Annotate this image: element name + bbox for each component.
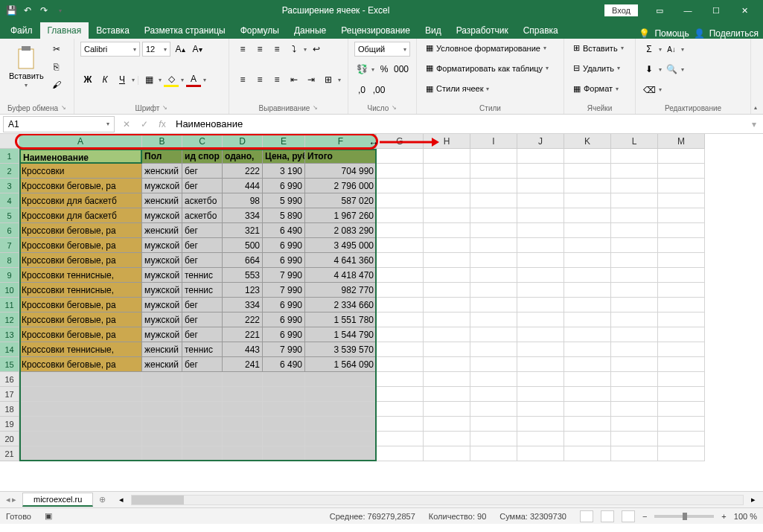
cell[interactable] (424, 193, 470, 208)
cell[interactable]: женский (142, 342, 182, 357)
cell[interactable] (142, 446, 182, 461)
cell[interactable] (223, 417, 263, 432)
align-center-icon[interactable]: ≡ (252, 72, 267, 87)
cell[interactable] (517, 313, 564, 327)
cell[interactable] (564, 193, 611, 208)
collapse-ribbon-icon[interactable]: ▴ (754, 104, 757, 111)
cell[interactable] (424, 342, 470, 357)
align-bottom-icon[interactable]: ≡ (269, 42, 284, 57)
cell[interactable] (658, 149, 705, 164)
cell[interactable] (142, 387, 182, 402)
row-header[interactable]: 16 (0, 372, 19, 387)
cell[interactable] (611, 417, 658, 432)
cell[interactable] (564, 432, 611, 446)
row-header[interactable]: 9 (0, 268, 19, 283)
orientation-icon[interactable]: ⤵ (287, 42, 301, 57)
cell[interactable] (424, 268, 470, 283)
cell[interactable] (305, 446, 377, 461)
row-header[interactable]: 18 (0, 402, 19, 417)
cell[interactable] (470, 372, 517, 387)
cell[interactable] (611, 387, 658, 402)
cell[interactable]: Итого (305, 149, 377, 164)
cell[interactable] (611, 402, 658, 417)
row-header[interactable]: 2 (0, 164, 19, 179)
cell[interactable] (470, 446, 517, 461)
cell[interactable]: 982 770 (305, 283, 377, 298)
cell[interactable] (223, 402, 263, 417)
cell[interactable] (377, 149, 424, 164)
cell[interactable]: Цена, руб (263, 149, 305, 164)
cell[interactable] (658, 372, 705, 387)
sheet-prev-icon[interactable]: ◂ (6, 495, 10, 504)
cell[interactable] (377, 402, 424, 417)
align-top-icon[interactable]: ≡ (235, 42, 250, 57)
save-icon[interactable]: 💾 (4, 4, 18, 17)
cell[interactable]: одано, (223, 149, 263, 164)
col-header-M[interactable]: M (658, 134, 705, 149)
cell[interactable]: 98 (223, 193, 263, 208)
cell[interactable] (517, 164, 564, 179)
cell[interactable]: 241 (223, 357, 263, 372)
cell[interactable] (658, 357, 705, 372)
cell[interactable] (182, 446, 223, 461)
cell[interactable]: женский (142, 164, 182, 179)
cancel-formula-icon[interactable]: ✕ (118, 116, 135, 132)
cell[interactable] (263, 432, 305, 446)
qat-more-icon[interactable]: ▾ (54, 4, 67, 17)
cell[interactable] (424, 357, 470, 372)
cell[interactable] (658, 238, 705, 253)
cell[interactable]: Кроссовки беговые, ра (19, 357, 142, 372)
col-header-J[interactable]: J (517, 134, 564, 149)
cell[interactable]: женский (142, 357, 182, 372)
col-header-F[interactable]: F (305, 134, 377, 149)
cell[interactable] (142, 402, 182, 417)
font-size-select[interactable]: 12▾ (142, 42, 170, 57)
cell[interactable] (305, 387, 377, 402)
currency-icon[interactable]: 💱 (354, 62, 369, 77)
cell[interactable]: Пол (142, 149, 182, 164)
cell[interactable] (263, 446, 305, 461)
decrease-font-icon[interactable]: A▾ (190, 42, 205, 57)
cell[interactable] (424, 179, 470, 193)
fill-color-icon[interactable]: ◇ (164, 72, 179, 87)
cell[interactable] (564, 342, 611, 357)
tab-layout[interactable]: Разметка страницы (137, 22, 233, 39)
cell[interactable]: 500 (223, 238, 263, 253)
cell[interactable] (470, 164, 517, 179)
row-header[interactable]: 1 (0, 149, 19, 164)
cell[interactable]: бег (182, 357, 223, 372)
cut-icon[interactable]: ✂ (49, 42, 64, 57)
cell[interactable] (377, 446, 424, 461)
cell[interactable] (517, 149, 564, 164)
cell[interactable] (182, 432, 223, 446)
row-header[interactable]: 3 (0, 179, 19, 193)
cell[interactable]: мужской (142, 283, 182, 298)
macro-record-icon[interactable]: ▣ (45, 511, 52, 521)
cell[interactable] (424, 164, 470, 179)
number-dialog-icon[interactable]: ↘ (392, 104, 397, 112)
percent-icon[interactable]: % (377, 62, 392, 77)
cell[interactable]: аскетбо (182, 193, 223, 208)
font-dialog-icon[interactable]: ↘ (162, 104, 167, 112)
fill-icon[interactable]: ⬇ (642, 62, 657, 77)
cell[interactable]: мужской (142, 327, 182, 342)
cell[interactable] (658, 387, 705, 402)
cell[interactable] (517, 446, 564, 461)
cell[interactable]: 334 (223, 298, 263, 313)
cell[interactable]: аскетбо (182, 208, 223, 223)
cell[interactable] (424, 298, 470, 313)
cell[interactable] (658, 402, 705, 417)
cell[interactable] (377, 313, 424, 327)
cell[interactable] (564, 387, 611, 402)
cell[interactable] (470, 238, 517, 253)
cell[interactable] (377, 432, 424, 446)
cell[interactable]: 4 641 360 (305, 253, 377, 268)
cell[interactable] (305, 417, 377, 432)
cell[interactable] (564, 208, 611, 223)
cell[interactable] (424, 327, 470, 342)
cell[interactable] (658, 313, 705, 327)
conditional-format-button[interactable]: ▦Условное форматирование▾ (423, 42, 558, 54)
col-header-A[interactable]: A (19, 134, 142, 149)
cell[interactable]: 221 (223, 327, 263, 342)
cell[interactable] (611, 283, 658, 298)
